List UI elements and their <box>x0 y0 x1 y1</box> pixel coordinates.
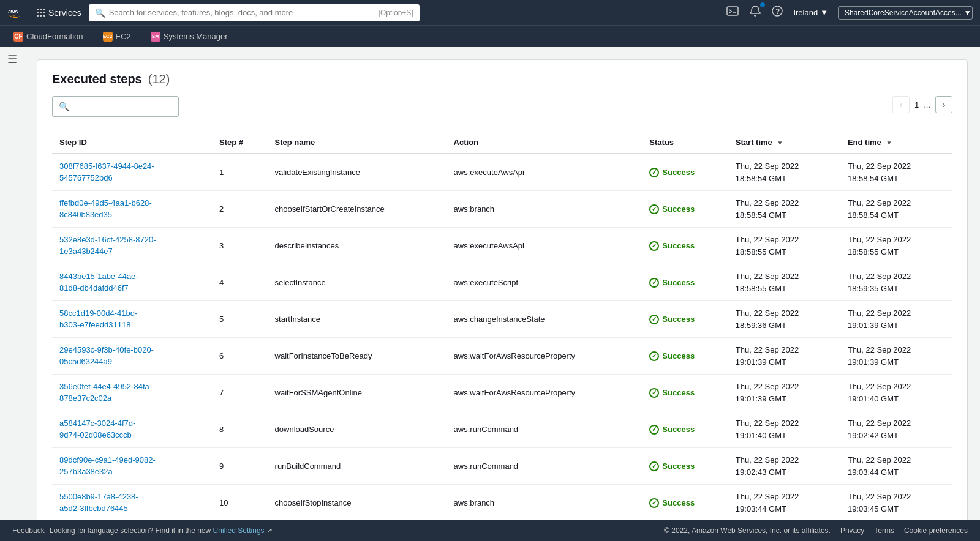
account-menu-button[interactable]: SharedCoreServiceAccountAcces... ▼ <box>838 6 973 20</box>
step-id-link-1[interactable]: ffefbd0e-49d5-4aa1-b628-8c840b83ed35 <box>59 198 205 220</box>
svg-text:?: ? <box>775 7 780 16</box>
region-selector[interactable]: Ireland ▼ <box>793 8 828 17</box>
table-row: 58cc1d19-00d4-41bd-b303-e7feedd31118 5 s… <box>52 301 952 338</box>
status-label-0: Success <box>662 168 695 177</box>
cell-step-num-6: 7 <box>212 375 268 411</box>
pagination-prev-button[interactable]: ‹ <box>892 96 910 113</box>
search-shortcut: [Option+S] <box>379 9 413 17</box>
table-row: 29e4593c-9f3b-40fe-b020-05c5d63244a9 6 w… <box>52 338 952 375</box>
table-row: 8443be15-1abe-44ae-81d8-db4dafdd46f7 4 s… <box>52 264 952 301</box>
status-label-4: Success <box>662 315 695 324</box>
feedback-button[interactable]: Feedback <box>12 526 45 535</box>
section-count: (12) <box>148 72 170 86</box>
step-id-link-6[interactable]: 356e0fef-44e4-4952-84fa-878e37c2c02a <box>59 381 205 403</box>
sidebar-item-systems-manager[interactable]: SM Systems Manager <box>147 29 232 44</box>
footer-language-notice: Looking for language selection? Find it … <box>50 526 273 535</box>
cell-start-time-5: Thu, 22 Sep 202219:01:39 GMT <box>728 338 840 375</box>
ssm-icon: SM <box>151 32 160 42</box>
search-icon: 🔍 <box>95 8 105 18</box>
step-id-link-7[interactable]: a584147c-3024-4f7d-9d74-02d08e63cccb <box>59 418 205 440</box>
step-id-link-9[interactable]: 5500e8b9-17a8-4238-a5d2-3ffbcbd76445 <box>59 491 205 513</box>
cell-start-time-0: Thu, 22 Sep 202218:58:54 GMT <box>728 154 840 191</box>
executed-steps-card: Executed steps (12) 🔍 ‹ 1 ... › Step ID <box>37 59 968 534</box>
table-row: 356e0fef-44e4-4952-84fa-878e37c2c02a 7 w… <box>52 375 952 411</box>
cell-step-name-8: runBuildCommand <box>268 448 447 485</box>
success-icon-9: ✓ <box>649 498 659 508</box>
cell-step-name-1: chooseIfStartOrCreateInstance <box>268 191 447 228</box>
terminal-icon[interactable] <box>726 4 739 21</box>
col-step-num: Step # <box>212 132 268 154</box>
unified-settings-link[interactable]: Unified Settings <box>213 526 265 535</box>
cell-step-name-9: chooseIfStopInstance <box>268 485 447 521</box>
cell-step-id-3: 8443be15-1abe-44ae-81d8-db4dafdd46f7 <box>52 264 212 301</box>
start-time-sort-icon: ▼ <box>777 140 783 146</box>
sidebar-item-ec2[interactable]: EC2 EC2 <box>99 29 135 44</box>
step-id-link-3[interactable]: 8443be15-1abe-44ae-81d8-db4dafdd46f7 <box>59 271 205 293</box>
step-id-link-5[interactable]: 29e4593c-9f3b-40fe-b020-05c5d63244a9 <box>59 345 205 367</box>
cell-step-name-3: selectInstance <box>268 264 447 301</box>
cell-step-num-4: 5 <box>212 301 268 338</box>
cell-step-id-7: a584147c-3024-4f7d-9d74-02d08e63cccb <box>52 411 212 448</box>
step-id-link-4[interactable]: 58cc1d19-00d4-41bd-b303-e7feedd31118 <box>59 308 205 330</box>
cell-step-num-9: 10 <box>212 485 268 521</box>
cell-end-time-4: Thu, 22 Sep 202219:01:39 GMT <box>840 301 952 338</box>
search-input[interactable] <box>109 8 375 17</box>
cell-step-name-5: waitForInstanceToBeReady <box>268 338 447 375</box>
pagination-next-button[interactable]: › <box>935 96 952 113</box>
success-icon-1: ✓ <box>649 204 659 214</box>
footer-left: Feedback Looking for language selection?… <box>12 526 273 535</box>
secondary-navigation: CF CloudFormation EC2 EC2 SM Systems Man… <box>0 25 980 47</box>
privacy-link[interactable]: Privacy <box>840 526 864 535</box>
sidebar-item-cloudformation[interactable]: CF CloudFormation <box>10 29 87 44</box>
status-label-3: Success <box>662 278 695 287</box>
cell-end-time-7: Thu, 22 Sep 202219:02:42 GMT <box>840 411 952 448</box>
cell-step-num-1: 2 <box>212 191 268 228</box>
cell-step-name-4: startInstance <box>268 301 447 338</box>
footer-copyright: © 2022, Amazon Web Services, Inc. or its… <box>664 526 831 535</box>
cell-status-3: ✓ Success <box>642 264 728 301</box>
table-row: ffefbd0e-49d5-4aa1-b628-8c840b83ed35 2 c… <box>52 191 952 228</box>
cell-start-time-8: Thu, 22 Sep 202219:02:43 GMT <box>728 448 840 485</box>
cell-action-3: aws:executeScript <box>447 264 643 301</box>
table-search-bar[interactable]: 🔍 <box>52 96 179 117</box>
table-search-icon: 🔍 <box>59 102 69 111</box>
help-icon[interactable]: ? <box>771 5 783 20</box>
cell-end-time-1: Thu, 22 Sep 202218:58:54 GMT <box>840 191 952 228</box>
notification-badge <box>760 2 765 7</box>
sidebar-toggle-button[interactable]: ☰ <box>0 47 24 72</box>
success-icon-5: ✓ <box>649 351 659 361</box>
step-id-link-0[interactable]: 308f7685-f637-4944-8e24-545767752bd6 <box>59 161 205 183</box>
cell-step-num-3: 4 <box>212 264 268 301</box>
cell-end-time-5: Thu, 22 Sep 202219:01:39 GMT <box>840 338 952 375</box>
cell-step-name-2: describeInstances <box>268 228 447 264</box>
col-end-time[interactable]: End time ▼ <box>840 132 952 154</box>
cell-step-num-8: 9 <box>212 448 268 485</box>
terms-link[interactable]: Terms <box>874 526 894 535</box>
cell-step-name-6: waitForSSMAgentOnline <box>268 375 447 411</box>
cell-action-9: aws:branch <box>447 485 643 521</box>
success-icon-8: ✓ <box>649 461 659 471</box>
cell-step-id-2: 532e8e3d-16cf-4258-8720-1e3a43b244e7 <box>52 228 212 264</box>
services-menu-button[interactable]: Services <box>37 8 81 18</box>
status-label-7: Success <box>662 425 695 434</box>
cell-action-7: aws:runCommand <box>447 411 643 448</box>
step-id-link-2[interactable]: 532e8e3d-16cf-4258-8720-1e3a43b244e7 <box>59 234 205 256</box>
cell-end-time-6: Thu, 22 Sep 202219:01:40 GMT <box>840 375 952 411</box>
step-id-link-8[interactable]: 89dcf90e-c9a1-49ed-9082-257b3a38e32a <box>59 455 205 477</box>
cookie-prefs-link[interactable]: Cookie preferences <box>904 526 968 535</box>
table-row: 5500e8b9-17a8-4238-a5d2-3ffbcbd76445 10 … <box>52 485 952 521</box>
table-row: 308f7685-f637-4944-8e24-545767752bd6 1 v… <box>52 154 952 191</box>
aws-logo[interactable]: aws <box>7 2 29 24</box>
table-search-input[interactable] <box>69 102 172 111</box>
cell-status-0: ✓ Success <box>642 154 728 191</box>
region-label: Ireland <box>793 8 818 17</box>
cell-step-id-1: ffefbd0e-49d5-4aa1-b628-8c840b83ed35 <box>52 191 212 228</box>
cell-step-id-0: 308f7685-f637-4944-8e24-545767752bd6 <box>52 154 212 191</box>
col-start-time[interactable]: Start time ▼ <box>728 132 840 154</box>
cell-start-time-3: Thu, 22 Sep 202218:58:55 GMT <box>728 264 840 301</box>
global-search[interactable]: 🔍 [Option+S] <box>89 4 420 21</box>
status-label-2: Success <box>662 241 695 250</box>
success-icon-2: ✓ <box>649 241 659 251</box>
footer: Feedback Looking for language selection?… <box>0 520 980 541</box>
bell-icon[interactable] <box>749 5 761 20</box>
